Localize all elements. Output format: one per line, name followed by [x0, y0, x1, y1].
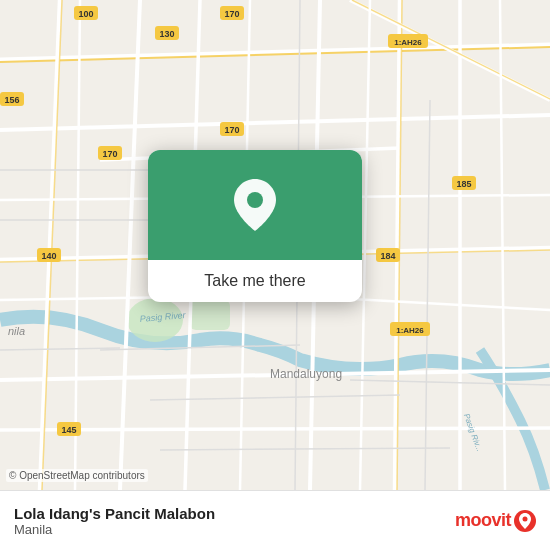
svg-text:1:AH26: 1:AH26	[396, 326, 424, 335]
svg-text:100: 100	[78, 9, 93, 19]
moovit-logo: moovit	[455, 510, 536, 532]
svg-text:1:AH26: 1:AH26	[394, 38, 422, 47]
svg-text:nila: nila	[8, 325, 25, 337]
svg-rect-2	[190, 300, 230, 330]
take-me-there-button[interactable]: Take me there	[204, 272, 305, 290]
svg-text:170: 170	[224, 9, 239, 19]
location-name: Lola Idang's Pancit Malabon	[14, 505, 215, 522]
svg-text:130: 130	[159, 29, 174, 39]
svg-text:140: 140	[41, 251, 56, 261]
map-attribution: © OpenStreetMap contributors	[6, 469, 148, 482]
moovit-pin-icon	[518, 512, 532, 530]
svg-text:Mandaluyong: Mandaluyong	[270, 367, 342, 381]
svg-text:185: 185	[456, 179, 471, 189]
location-info: Lola Idang's Pancit Malabon Manila	[14, 505, 215, 537]
svg-text:156: 156	[4, 95, 19, 105]
moovit-text: moovit	[455, 510, 511, 531]
svg-text:170: 170	[102, 149, 117, 159]
svg-point-66	[247, 192, 263, 208]
info-bar: Lola Idang's Pancit Malabon Manila moovi…	[0, 490, 550, 550]
svg-point-67	[523, 516, 528, 521]
svg-text:184: 184	[380, 251, 395, 261]
popup-button-area: Take me there	[148, 260, 362, 302]
popup-card: Take me there	[148, 150, 362, 302]
svg-text:145: 145	[61, 425, 76, 435]
moovit-icon	[514, 510, 536, 532]
location-pin-icon	[232, 177, 278, 233]
popup-green-area	[148, 150, 362, 260]
svg-text:170: 170	[224, 125, 239, 135]
location-city: Manila	[14, 522, 215, 537]
